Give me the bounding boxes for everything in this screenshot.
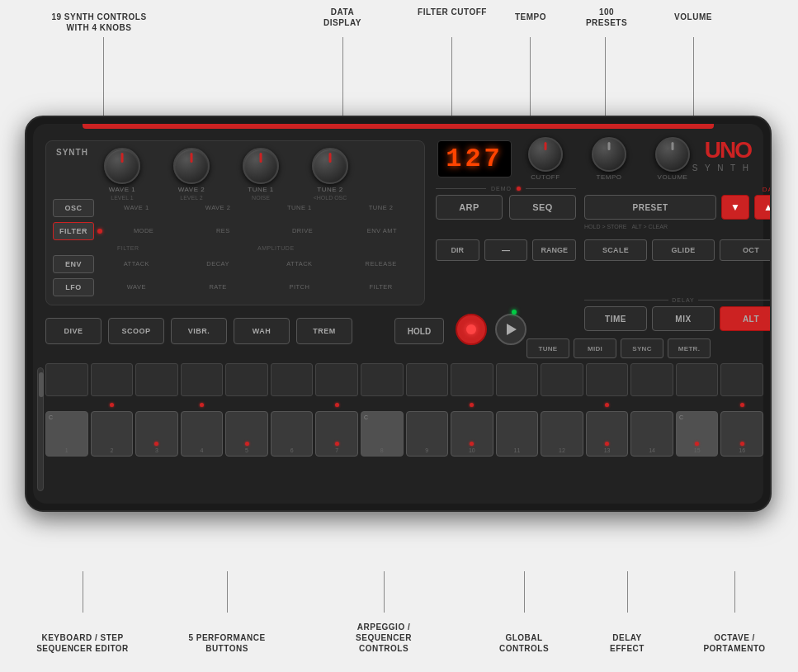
tmsr-row: TUNE MIDI SYNC METR. (526, 338, 711, 358)
key-7[interactable]: 7 (315, 411, 358, 457)
preset-button[interactable]: PRESET (584, 195, 716, 220)
key-14[interactable]: 14 (630, 411, 673, 457)
side-scroll[interactable] (37, 367, 44, 491)
knob-tune2[interactable] (312, 148, 348, 184)
key-10[interactable]: 10 (451, 411, 493, 457)
step-btn-1[interactable] (45, 363, 88, 396)
dive-button[interactable]: DIVE (45, 318, 102, 344)
key-3-led (154, 442, 158, 446)
seq-button[interactable]: SEQ (509, 195, 576, 220)
step-btn-11[interactable] (496, 363, 539, 396)
synth-rows: OSC WAVE 1 WAVE 2 TUNE 1 TUNE 2 FILTER M… (53, 199, 420, 301)
lfo-params: WAVE RATE PITCH FILTER (97, 283, 420, 291)
oct-button[interactable]: OCT (720, 239, 772, 261)
key-16-led (740, 442, 744, 446)
key-9[interactable]: 9 (406, 411, 449, 457)
delay-alt-button[interactable]: ALT (720, 306, 772, 331)
ann-line-perf (227, 571, 228, 613)
ann-line-keyboard (83, 571, 83, 613)
play-button[interactable] (495, 314, 526, 345)
volume-knob[interactable] (655, 137, 690, 172)
step-btn-13[interactable] (586, 363, 629, 396)
key-1[interactable]: C 1 (45, 411, 88, 457)
key-5[interactable]: 5 (225, 411, 268, 457)
hold-button[interactable]: HOLD (394, 318, 444, 344)
step-btn-8[interactable] (361, 363, 404, 396)
data-label: DATA (584, 186, 772, 193)
key-16[interactable]: 16 (720, 411, 763, 457)
step-btn-14[interactable] (630, 363, 673, 396)
osc-tune2-cell: TUNE 2 (342, 204, 420, 212)
step-btn-16[interactable] (720, 363, 763, 396)
arp-button[interactable]: ARP (436, 195, 503, 220)
key-c15-label: C (679, 414, 683, 420)
delay-time-button[interactable]: TIME (584, 306, 647, 331)
step-btn-7[interactable] (315, 363, 358, 396)
seq-controls: DIR — RANGE (436, 239, 576, 261)
wah-button[interactable]: WAH (234, 318, 290, 344)
key-3[interactable]: 3 (135, 411, 178, 457)
knob-tune2-label: TUNE 2 (317, 186, 342, 193)
step-btn-3[interactable] (135, 363, 178, 396)
arrow-button[interactable]: — (484, 239, 528, 261)
scale-button[interactable]: SCALE (584, 239, 647, 261)
step-btn-10[interactable] (451, 363, 493, 396)
ann-line-delay (627, 571, 628, 613)
delay-section: DELAY TIME MIX ALT (584, 297, 772, 331)
key-12[interactable]: 12 (541, 411, 583, 457)
annotation-volume: VOLUME (668, 12, 718, 22)
record-button[interactable] (456, 314, 487, 345)
delay-label: DELAY (584, 297, 772, 303)
step-btn-15[interactable] (676, 363, 719, 396)
trem-button[interactable]: TREM (296, 318, 352, 344)
demo-text: DEMO (491, 186, 512, 192)
midi-button[interactable]: MIDI (574, 338, 616, 358)
step-btn-12[interactable] (541, 363, 583, 396)
knob-wave2[interactable] (173, 148, 210, 184)
tempo-knob[interactable] (592, 137, 626, 172)
key-3-num: 3 (155, 447, 158, 453)
filter-button[interactable]: FILTER (53, 222, 94, 240)
knob-tune1[interactable] (243, 148, 279, 184)
lfo-button[interactable]: LFO (53, 278, 94, 296)
metr-button[interactable]: METR. (668, 338, 711, 358)
env-button[interactable]: ENV (53, 255, 94, 273)
key-8-num: 8 (380, 447, 384, 453)
range-button[interactable]: RANGE (532, 239, 576, 261)
key-13-led (605, 442, 609, 446)
knobs-row: WAVE 1 LEVEL 1 WAVE 2 LEVEL 2 TUNE 1 NOI… (104, 148, 348, 201)
knob-wave2-label: WAVE 2 (178, 186, 205, 193)
step-btn-9[interactable] (406, 363, 449, 396)
key-6[interactable]: 6 (271, 411, 314, 457)
key-2[interactable]: 2 (91, 411, 134, 457)
glide-button[interactable]: GLIDE (652, 239, 715, 261)
step-btn-2[interactable] (91, 363, 134, 396)
annotation-delay: DELAY EFFECT (594, 632, 660, 654)
knob-wave1[interactable] (104, 148, 140, 184)
data-down-button[interactable]: ▼ (721, 195, 749, 220)
knob-wave1-label: WAVE 1 (109, 186, 135, 193)
cutoff-knob[interactable] (528, 137, 563, 172)
key-4[interactable]: 4 (181, 411, 224, 457)
step-btn-6[interactable] (271, 363, 314, 396)
env-row: ENV ATTACK DECAY ATTACK RELEASE (53, 255, 420, 273)
dir-button[interactable]: DIR (436, 239, 479, 261)
step-btn-4[interactable] (181, 363, 224, 396)
delay-mix-button[interactable]: MIX (652, 306, 715, 331)
tune-button[interactable]: TUNE (526, 338, 569, 358)
step-btn-5[interactable] (225, 363, 268, 396)
green-led (512, 310, 517, 315)
key-15[interactable]: C 15 (676, 411, 719, 457)
key-13[interactable]: 13 (586, 411, 629, 457)
amplitude-section-label: AMPLITUDE (257, 245, 295, 251)
key-8[interactable]: C 8 (361, 411, 404, 457)
volume-knob-group: VOLUME (655, 137, 690, 181)
key-11[interactable]: 11 (496, 411, 539, 457)
knob-tune2-container: TUNE 2 <HOLD OSC (312, 148, 348, 201)
vibr-button[interactable]: VIBR. (171, 318, 227, 344)
osc-button[interactable]: OSC (53, 199, 94, 217)
sync-button[interactable]: SYNC (621, 338, 663, 358)
data-up-button[interactable]: ▲ (754, 195, 772, 220)
scoop-button[interactable]: SCOOP (108, 318, 164, 344)
key-11-num: 11 (514, 447, 521, 453)
